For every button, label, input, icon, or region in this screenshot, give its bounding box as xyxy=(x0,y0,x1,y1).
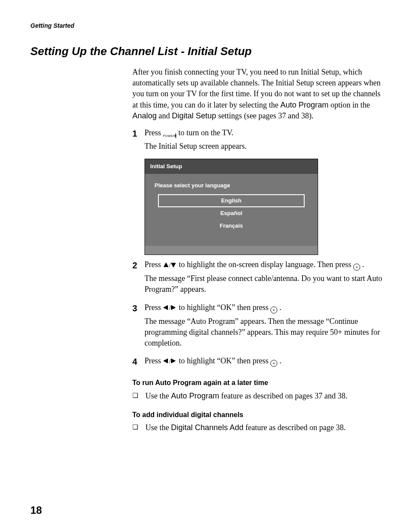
tv-option-espanol: Español xyxy=(159,208,304,219)
power-label: POWER xyxy=(163,134,176,137)
check-row-auto-program: ❏ Use the Auto Program feature as descri… xyxy=(132,391,384,401)
step-3-body: Press ⯇/⯈ to highlight “OK” then press ＋… xyxy=(145,302,384,352)
tv-options: English Español Français xyxy=(154,195,308,232)
step-3-text-b: to highlight “OK” then press xyxy=(177,303,270,312)
subA-a: Use the xyxy=(145,392,171,400)
intro-paragraph: After you finish connecting your TV, you… xyxy=(132,67,384,121)
step-2: 2 Press ⯅/⯆ to highlight the on-screen d… xyxy=(132,259,384,297)
intro-text-4: settings (see pages 37 and 38). xyxy=(216,111,313,120)
running-head: Getting Started xyxy=(30,22,384,30)
power-circle-icon xyxy=(175,133,176,138)
subA-feature: Auto Program xyxy=(171,392,219,400)
auto-program-label: Auto Program xyxy=(280,101,329,109)
checkbox-icon: ❏ xyxy=(132,422,145,431)
step-1: 1 Press POWER to turn on the TV. The Ini… xyxy=(132,127,384,154)
arrow-down-icon: ⯆ xyxy=(171,262,177,268)
step-1-number: 1 xyxy=(132,127,145,140)
step-3-text-c: . xyxy=(277,303,281,312)
arrow-left-icon: ⯇ xyxy=(163,305,169,311)
power-button-icon: POWER xyxy=(163,134,177,138)
subB-feature: Digital Channels Add xyxy=(171,423,243,432)
step-2-number: 2 xyxy=(132,259,145,271)
sub-head-auto-program: To run Auto Program again at a later tim… xyxy=(132,378,384,388)
tv-option-english: English xyxy=(159,195,304,206)
step-1-body: Press POWER to turn on the TV. The Initi… xyxy=(145,127,384,154)
select-button-icon: ＋ xyxy=(270,307,277,313)
subA-b: feature as described on pages 37 and 38. xyxy=(219,392,347,400)
check-text-digital-channels: Use the Digital Channels Add feature as … xyxy=(145,422,346,433)
step-2-body: Press ⯅/⯆ to highlight the on-screen dis… xyxy=(145,259,384,297)
body-column: After you finish connecting your TV, you… xyxy=(132,67,384,433)
tv-footer xyxy=(145,246,318,255)
tv-titlebar: Initial Setup xyxy=(145,159,318,174)
subB-a: Use the xyxy=(145,423,171,432)
step-3-text-a: Press xyxy=(145,303,163,312)
analog-label: Analog xyxy=(132,111,157,120)
step-4: 4 Press ⯇/⯈ to highlight “OK” then press… xyxy=(132,356,384,369)
page-title: Setting Up the Channel List - Initial Se… xyxy=(30,43,384,59)
tv-main-area: Please select your language English Espa… xyxy=(145,174,318,246)
step-4-text-a: Press xyxy=(145,356,163,365)
arrow-right-icon: ⯈ xyxy=(171,359,177,365)
step-4-number: 4 xyxy=(132,356,145,368)
tv-option-francais: Français xyxy=(159,220,304,232)
tv-prompt: Please select your language xyxy=(154,182,308,189)
intro-text-2: option in the xyxy=(329,101,370,109)
intro-text-3: and xyxy=(157,111,172,120)
subB-b: feature as described on page 38. xyxy=(243,423,345,432)
step-2-text-a: Press xyxy=(145,260,163,269)
arrow-right-icon: ⯈ xyxy=(171,305,177,311)
tv-screen-mock: Initial Setup Please select your languag… xyxy=(145,159,318,255)
check-text-auto-program: Use the Auto Program feature as describe… xyxy=(145,391,347,401)
arrow-left-icon: ⯇ xyxy=(163,359,169,365)
sub-head-digital-channels: To add individual digital channels xyxy=(132,410,384,420)
step-1-line-2: The Initial Setup screen appears. xyxy=(145,141,384,152)
select-button-icon: ＋ xyxy=(353,264,360,271)
digital-setup-label: Digital Setup xyxy=(172,111,216,120)
step-3: 3 Press ⯇/⯈ to highlight “OK” then press… xyxy=(132,302,384,352)
step-4-body: Press ⯇/⯈ to highlight “OK” then press ＋… xyxy=(145,356,384,369)
step-1-text-b: to turn on the TV. xyxy=(178,128,233,137)
arrow-up-icon: ⯅ xyxy=(163,262,169,268)
step-2-text-c: . xyxy=(360,260,364,269)
step-2-text-b: to highlight the on-screen display langu… xyxy=(177,260,353,269)
step-3-number: 3 xyxy=(132,302,145,314)
step-4-text-c: . xyxy=(277,356,281,365)
check-row-digital-channels: ❏ Use the Digital Channels Add feature a… xyxy=(132,422,384,433)
step-4-text-b: to highlight “OK” then press xyxy=(177,356,270,365)
step-2-line-2: The message “First please connect cable/… xyxy=(145,273,384,295)
select-button-icon: ＋ xyxy=(270,360,277,367)
step-3-line-2: The message “Auto Program” appears. Then… xyxy=(145,316,384,349)
checkbox-icon: ❏ xyxy=(132,391,145,400)
step-1-text-a: Press xyxy=(145,128,163,137)
